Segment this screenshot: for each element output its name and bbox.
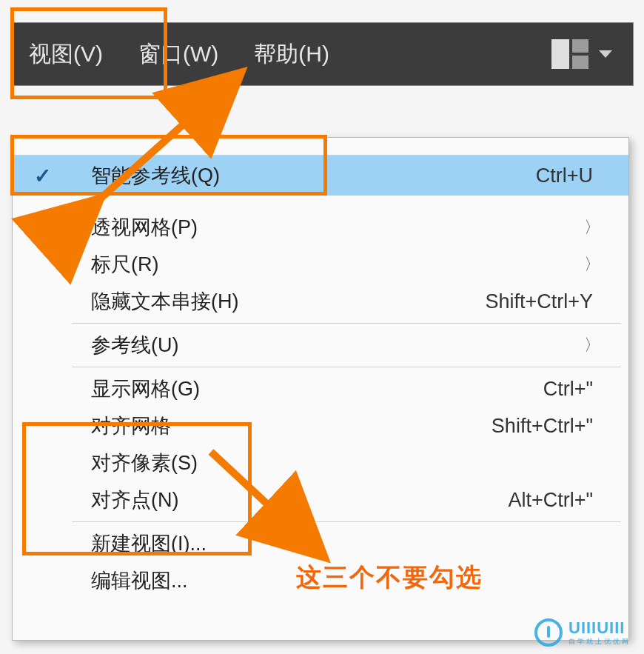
annotation-text: 这三个不要勾选	[296, 561, 483, 595]
watermark-text: UIIIUIII	[568, 620, 631, 636]
watermark-subtext: 自学就上优优网	[568, 638, 631, 645]
menu-item-snap-to-grid[interactable]: 对齐网格 Shift+Ctrl+"	[13, 407, 628, 444]
menu-item-smart-guides[interactable]: ✓ 智能参考线(Q) Ctrl+U	[13, 156, 628, 196]
menu-item-rulers[interactable]: 标尺(R) 〉	[13, 246, 628, 283]
submenu-arrow-icon: 〉	[577, 334, 600, 356]
menu-item-snap-to-point[interactable]: 对齐点(N) Alt+Ctrl+"	[13, 481, 628, 518]
layout-switcher[interactable]	[551, 39, 633, 69]
menu-help[interactable]: 帮助(H)	[236, 27, 347, 81]
menu-item-snap-to-pixel[interactable]: 对齐像素(S)	[13, 444, 628, 481]
menu-item-new-view[interactable]: 新建视图(I)...	[13, 525, 628, 562]
submenu-arrow-icon: 〉	[577, 216, 600, 238]
menu-item-perspective-grid[interactable]: 透视网格(P) 〉	[13, 209, 628, 246]
menu-separator	[72, 521, 621, 522]
watermark-logo-icon	[534, 618, 563, 647]
menu-item-hide-text-threads[interactable]: 隐藏文本串接(H) Shift+Ctrl+Y	[13, 283, 628, 320]
menu-item-show-grid[interactable]: 显示网格(G) Ctrl+"	[13, 370, 628, 407]
menu-top-strip	[13, 138, 628, 156]
check-icon: ✓	[34, 164, 51, 188]
menu-separator	[72, 367, 621, 367]
menu-separator	[72, 323, 621, 324]
menu-item-guides[interactable]: 参考线(U) 〉	[13, 327, 628, 364]
menu-window[interactable]: 窗口(W)	[121, 27, 236, 81]
watermark: UIIIUIII 自学就上优优网	[534, 618, 631, 647]
layout-icon	[551, 39, 588, 69]
chevron-down-icon	[599, 50, 612, 58]
menu-view[interactable]: 视图(V)	[11, 27, 121, 81]
menubar: 视图(V) 窗口(W) 帮助(H)	[10, 22, 634, 86]
submenu-arrow-icon: 〉	[577, 253, 600, 276]
